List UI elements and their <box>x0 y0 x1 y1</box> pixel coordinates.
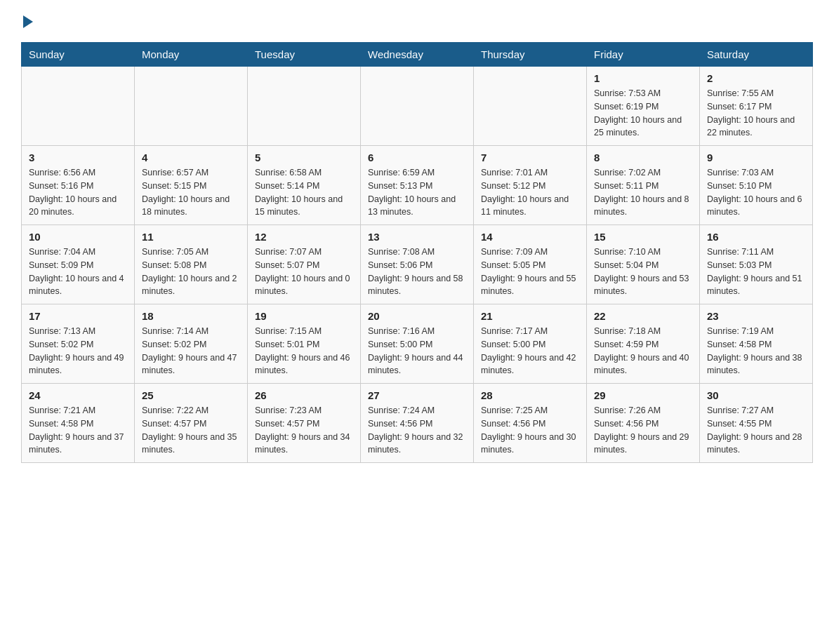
day-info: Sunrise: 6:57 AM Sunset: 5:15 PM Dayligh… <box>142 166 240 219</box>
day-number: 3 <box>29 152 127 163</box>
calendar-cell <box>135 67 248 146</box>
day-info: Sunrise: 7:07 AM Sunset: 5:07 PM Dayligh… <box>255 246 353 298</box>
logo-arrow-icon <box>23 15 33 28</box>
day-info: Sunrise: 7:17 AM Sunset: 5:00 PM Dayligh… <box>481 325 579 377</box>
calendar-table: SundayMondayTuesdayWednesdayThursdayFrid… <box>21 42 813 463</box>
day-info: Sunrise: 7:03 AM Sunset: 5:10 PM Dayligh… <box>707 166 805 219</box>
day-info: Sunrise: 6:58 AM Sunset: 5:14 PM Dayligh… <box>255 166 353 219</box>
day-number: 9 <box>707 152 805 163</box>
calendar-cell: 12Sunrise: 7:07 AM Sunset: 5:07 PM Dayli… <box>248 225 361 304</box>
calendar-cell: 7Sunrise: 7:01 AM Sunset: 5:12 PM Daylig… <box>474 146 587 225</box>
day-info: Sunrise: 7:14 AM Sunset: 5:02 PM Dayligh… <box>142 325 240 377</box>
calendar-cell: 25Sunrise: 7:22 AM Sunset: 4:57 PM Dayli… <box>135 384 248 463</box>
day-info: Sunrise: 7:55 AM Sunset: 6:17 PM Dayligh… <box>707 87 805 140</box>
day-info: Sunrise: 7:02 AM Sunset: 5:11 PM Dayligh… <box>594 166 692 219</box>
calendar-cell: 14Sunrise: 7:09 AM Sunset: 5:05 PM Dayli… <box>474 225 587 304</box>
day-number: 30 <box>707 389 805 401</box>
week-row-3: 10Sunrise: 7:04 AM Sunset: 5:09 PM Dayli… <box>22 225 813 304</box>
calendar-cell: 11Sunrise: 7:05 AM Sunset: 5:08 PM Dayli… <box>135 225 248 304</box>
day-info: Sunrise: 7:08 AM Sunset: 5:06 PM Dayligh… <box>368 246 466 298</box>
calendar-cell: 24Sunrise: 7:21 AM Sunset: 4:58 PM Dayli… <box>22 384 135 463</box>
header-row: SundayMondayTuesdayWednesdayThursdayFrid… <box>22 43 813 67</box>
day-info: Sunrise: 7:24 AM Sunset: 4:56 PM Dayligh… <box>368 404 466 457</box>
calendar-cell: 1Sunrise: 7:53 AM Sunset: 6:19 PM Daylig… <box>587 67 700 146</box>
day-info: Sunrise: 7:19 AM Sunset: 4:58 PM Dayligh… <box>707 325 805 377</box>
calendar-cell: 16Sunrise: 7:11 AM Sunset: 5:03 PM Dayli… <box>700 225 813 304</box>
day-number: 20 <box>368 310 466 322</box>
calendar-cell: 3Sunrise: 6:56 AM Sunset: 5:16 PM Daylig… <box>22 146 135 225</box>
day-number: 5 <box>255 152 353 163</box>
day-number: 29 <box>594 389 692 401</box>
calendar-cell: 9Sunrise: 7:03 AM Sunset: 5:10 PM Daylig… <box>700 146 813 225</box>
calendar-cell: 2Sunrise: 7:55 AM Sunset: 6:17 PM Daylig… <box>700 67 813 146</box>
week-row-5: 24Sunrise: 7:21 AM Sunset: 4:58 PM Dayli… <box>22 384 813 463</box>
day-info: Sunrise: 7:11 AM Sunset: 5:03 PM Dayligh… <box>707 246 805 298</box>
day-info: Sunrise: 7:25 AM Sunset: 4:56 PM Dayligh… <box>481 404 579 457</box>
day-info: Sunrise: 7:53 AM Sunset: 6:19 PM Dayligh… <box>594 87 692 140</box>
calendar-cell: 22Sunrise: 7:18 AM Sunset: 4:59 PM Dayli… <box>587 304 700 384</box>
week-row-2: 3Sunrise: 6:56 AM Sunset: 5:16 PM Daylig… <box>22 146 813 225</box>
day-number: 23 <box>707 310 805 322</box>
day-number: 27 <box>368 389 466 401</box>
day-info: Sunrise: 7:27 AM Sunset: 4:55 PM Dayligh… <box>707 404 805 457</box>
day-info: Sunrise: 6:56 AM Sunset: 5:16 PM Dayligh… <box>29 166 127 219</box>
calendar-cell: 29Sunrise: 7:26 AM Sunset: 4:56 PM Dayli… <box>587 384 700 463</box>
day-number: 10 <box>29 231 127 243</box>
day-number: 13 <box>368 231 466 243</box>
day-number: 25 <box>142 389 240 401</box>
calendar-cell <box>248 67 361 146</box>
day-info: Sunrise: 7:10 AM Sunset: 5:04 PM Dayligh… <box>594 246 692 298</box>
day-number: 2 <box>707 72 805 84</box>
day-info: Sunrise: 7:01 AM Sunset: 5:12 PM Dayligh… <box>481 166 579 219</box>
day-number: 8 <box>594 152 692 163</box>
day-info: Sunrise: 7:09 AM Sunset: 5:05 PM Dayligh… <box>481 246 579 298</box>
day-info: Sunrise: 7:23 AM Sunset: 4:57 PM Dayligh… <box>255 404 353 457</box>
day-number: 16 <box>707 231 805 243</box>
week-row-1: 1Sunrise: 7:53 AM Sunset: 6:19 PM Daylig… <box>22 67 813 146</box>
day-number: 12 <box>255 231 353 243</box>
calendar-cell: 21Sunrise: 7:17 AM Sunset: 5:00 PM Dayli… <box>474 304 587 384</box>
calendar-cell: 18Sunrise: 7:14 AM Sunset: 5:02 PM Dayli… <box>135 304 248 384</box>
day-info: Sunrise: 7:05 AM Sunset: 5:08 PM Dayligh… <box>142 246 240 298</box>
calendar-cell <box>474 67 587 146</box>
day-info: Sunrise: 7:16 AM Sunset: 5:00 PM Dayligh… <box>368 325 466 377</box>
day-header-monday: Monday <box>135 43 248 67</box>
day-info: Sunrise: 7:22 AM Sunset: 4:57 PM Dayligh… <box>142 404 240 457</box>
day-number: 19 <box>255 310 353 322</box>
calendar-cell: 15Sunrise: 7:10 AM Sunset: 5:04 PM Dayli… <box>587 225 700 304</box>
day-number: 17 <box>29 310 127 322</box>
calendar-cell: 20Sunrise: 7:16 AM Sunset: 5:00 PM Dayli… <box>361 304 474 384</box>
page-header <box>21 14 813 28</box>
calendar-cell: 6Sunrise: 6:59 AM Sunset: 5:13 PM Daylig… <box>361 146 474 225</box>
day-header-thursday: Thursday <box>474 43 587 67</box>
calendar-cell: 10Sunrise: 7:04 AM Sunset: 5:09 PM Dayli… <box>22 225 135 304</box>
day-number: 28 <box>481 389 579 401</box>
day-number: 18 <box>142 310 240 322</box>
calendar-cell: 23Sunrise: 7:19 AM Sunset: 4:58 PM Dayli… <box>700 304 813 384</box>
day-info: Sunrise: 7:15 AM Sunset: 5:01 PM Dayligh… <box>255 325 353 377</box>
day-header-tuesday: Tuesday <box>248 43 361 67</box>
day-info: Sunrise: 7:18 AM Sunset: 4:59 PM Dayligh… <box>594 325 692 377</box>
day-number: 6 <box>368 152 466 163</box>
day-info: Sunrise: 7:13 AM Sunset: 5:02 PM Dayligh… <box>29 325 127 377</box>
calendar-cell: 5Sunrise: 6:58 AM Sunset: 5:14 PM Daylig… <box>248 146 361 225</box>
calendar-cell: 26Sunrise: 7:23 AM Sunset: 4:57 PM Dayli… <box>248 384 361 463</box>
day-number: 14 <box>481 231 579 243</box>
calendar-cell: 8Sunrise: 7:02 AM Sunset: 5:11 PM Daylig… <box>587 146 700 225</box>
calendar-cell: 13Sunrise: 7:08 AM Sunset: 5:06 PM Dayli… <box>361 225 474 304</box>
calendar-cell: 30Sunrise: 7:27 AM Sunset: 4:55 PM Dayli… <box>700 384 813 463</box>
day-header-sunday: Sunday <box>22 43 135 67</box>
calendar-cell <box>22 67 135 146</box>
day-header-friday: Friday <box>587 43 700 67</box>
day-number: 4 <box>142 152 240 163</box>
calendar-cell: 19Sunrise: 7:15 AM Sunset: 5:01 PM Dayli… <box>248 304 361 384</box>
day-info: Sunrise: 6:59 AM Sunset: 5:13 PM Dayligh… <box>368 166 466 219</box>
week-row-4: 17Sunrise: 7:13 AM Sunset: 5:02 PM Dayli… <box>22 304 813 384</box>
day-header-saturday: Saturday <box>700 43 813 67</box>
day-header-wednesday: Wednesday <box>361 43 474 67</box>
day-info: Sunrise: 7:26 AM Sunset: 4:56 PM Dayligh… <box>594 404 692 457</box>
day-number: 11 <box>142 231 240 243</box>
calendar-cell: 28Sunrise: 7:25 AM Sunset: 4:56 PM Dayli… <box>474 384 587 463</box>
calendar-cell <box>361 67 474 146</box>
day-number: 1 <box>594 72 692 84</box>
